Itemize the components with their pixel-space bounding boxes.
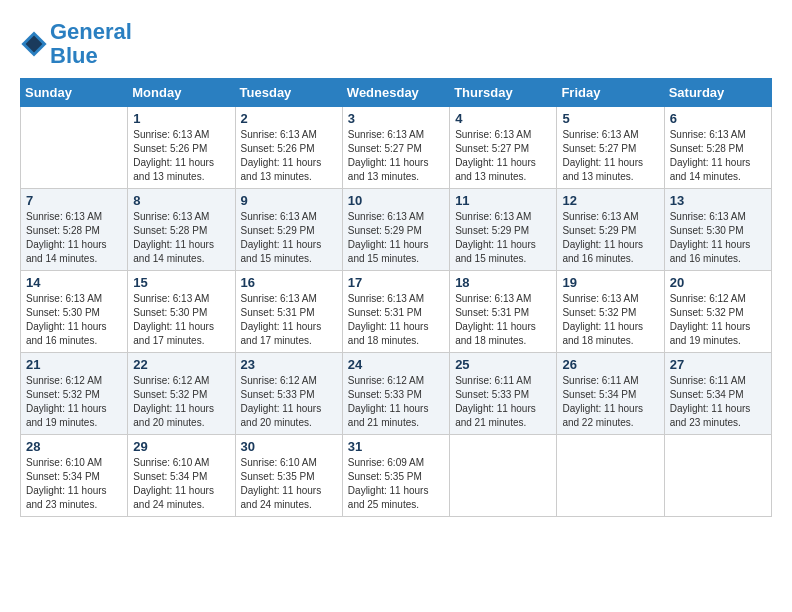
calendar-cell: 3 Sunrise: 6:13 AMSunset: 5:27 PMDayligh… xyxy=(342,107,449,189)
day-number: 3 xyxy=(348,111,444,126)
day-number: 16 xyxy=(241,275,337,290)
calendar-cell: 14 Sunrise: 6:13 AMSunset: 5:30 PMDaylig… xyxy=(21,271,128,353)
calendar-cell: 13 Sunrise: 6:13 AMSunset: 5:30 PMDaylig… xyxy=(664,189,771,271)
calendar-cell: 27 Sunrise: 6:11 AMSunset: 5:34 PMDaylig… xyxy=(664,353,771,435)
day-number: 19 xyxy=(562,275,658,290)
weekday-header-row: SundayMondayTuesdayWednesdayThursdayFrid… xyxy=(21,79,772,107)
weekday-header-wednesday: Wednesday xyxy=(342,79,449,107)
day-info: Sunrise: 6:13 AMSunset: 5:28 PMDaylight:… xyxy=(26,210,122,266)
day-info: Sunrise: 6:13 AMSunset: 5:30 PMDaylight:… xyxy=(26,292,122,348)
weekday-header-friday: Friday xyxy=(557,79,664,107)
day-info: Sunrise: 6:12 AMSunset: 5:32 PMDaylight:… xyxy=(26,374,122,430)
day-info: Sunrise: 6:10 AMSunset: 5:35 PMDaylight:… xyxy=(241,456,337,512)
calendar-cell: 5 Sunrise: 6:13 AMSunset: 5:27 PMDayligh… xyxy=(557,107,664,189)
day-info: Sunrise: 6:13 AMSunset: 5:31 PMDaylight:… xyxy=(348,292,444,348)
calendar-cell: 28 Sunrise: 6:10 AMSunset: 5:34 PMDaylig… xyxy=(21,435,128,517)
day-number: 7 xyxy=(26,193,122,208)
day-number: 17 xyxy=(348,275,444,290)
day-number: 9 xyxy=(241,193,337,208)
day-info: Sunrise: 6:13 AMSunset: 5:26 PMDaylight:… xyxy=(133,128,229,184)
day-info: Sunrise: 6:11 AMSunset: 5:34 PMDaylight:… xyxy=(670,374,766,430)
day-info: Sunrise: 6:13 AMSunset: 5:31 PMDaylight:… xyxy=(455,292,551,348)
calendar-cell: 26 Sunrise: 6:11 AMSunset: 5:34 PMDaylig… xyxy=(557,353,664,435)
day-info: Sunrise: 6:13 AMSunset: 5:29 PMDaylight:… xyxy=(455,210,551,266)
day-info: Sunrise: 6:10 AMSunset: 5:34 PMDaylight:… xyxy=(133,456,229,512)
day-info: Sunrise: 6:13 AMSunset: 5:29 PMDaylight:… xyxy=(348,210,444,266)
calendar-cell: 7 Sunrise: 6:13 AMSunset: 5:28 PMDayligh… xyxy=(21,189,128,271)
day-info: Sunrise: 6:09 AMSunset: 5:35 PMDaylight:… xyxy=(348,456,444,512)
logo-text: General Blue xyxy=(50,20,132,68)
weekday-header-tuesday: Tuesday xyxy=(235,79,342,107)
day-number: 6 xyxy=(670,111,766,126)
day-number: 29 xyxy=(133,439,229,454)
day-number: 12 xyxy=(562,193,658,208)
calendar-cell: 10 Sunrise: 6:13 AMSunset: 5:29 PMDaylig… xyxy=(342,189,449,271)
calendar-cell: 18 Sunrise: 6:13 AMSunset: 5:31 PMDaylig… xyxy=(450,271,557,353)
day-number: 24 xyxy=(348,357,444,372)
day-number: 11 xyxy=(455,193,551,208)
day-number: 18 xyxy=(455,275,551,290)
calendar-cell: 19 Sunrise: 6:13 AMSunset: 5:32 PMDaylig… xyxy=(557,271,664,353)
day-number: 2 xyxy=(241,111,337,126)
day-info: Sunrise: 6:13 AMSunset: 5:28 PMDaylight:… xyxy=(670,128,766,184)
calendar-cell xyxy=(21,107,128,189)
day-info: Sunrise: 6:13 AMSunset: 5:28 PMDaylight:… xyxy=(133,210,229,266)
calendar-cell: 6 Sunrise: 6:13 AMSunset: 5:28 PMDayligh… xyxy=(664,107,771,189)
day-info: Sunrise: 6:13 AMSunset: 5:27 PMDaylight:… xyxy=(455,128,551,184)
day-info: Sunrise: 6:10 AMSunset: 5:34 PMDaylight:… xyxy=(26,456,122,512)
page-header: General Blue xyxy=(20,20,772,68)
day-number: 31 xyxy=(348,439,444,454)
calendar-cell: 30 Sunrise: 6:10 AMSunset: 5:35 PMDaylig… xyxy=(235,435,342,517)
day-info: Sunrise: 6:13 AMSunset: 5:30 PMDaylight:… xyxy=(133,292,229,348)
day-info: Sunrise: 6:13 AMSunset: 5:27 PMDaylight:… xyxy=(562,128,658,184)
logo: General Blue xyxy=(20,20,132,68)
calendar-cell: 24 Sunrise: 6:12 AMSunset: 5:33 PMDaylig… xyxy=(342,353,449,435)
day-info: Sunrise: 6:13 AMSunset: 5:26 PMDaylight:… xyxy=(241,128,337,184)
calendar-cell: 4 Sunrise: 6:13 AMSunset: 5:27 PMDayligh… xyxy=(450,107,557,189)
weekday-header-saturday: Saturday xyxy=(664,79,771,107)
day-number: 21 xyxy=(26,357,122,372)
calendar-cell: 29 Sunrise: 6:10 AMSunset: 5:34 PMDaylig… xyxy=(128,435,235,517)
day-number: 13 xyxy=(670,193,766,208)
calendar-cell: 9 Sunrise: 6:13 AMSunset: 5:29 PMDayligh… xyxy=(235,189,342,271)
day-number: 5 xyxy=(562,111,658,126)
logo-icon xyxy=(20,30,48,58)
day-info: Sunrise: 6:13 AMSunset: 5:32 PMDaylight:… xyxy=(562,292,658,348)
calendar-cell xyxy=(450,435,557,517)
calendar-cell: 17 Sunrise: 6:13 AMSunset: 5:31 PMDaylig… xyxy=(342,271,449,353)
calendar-week-5: 28 Sunrise: 6:10 AMSunset: 5:34 PMDaylig… xyxy=(21,435,772,517)
calendar-cell: 16 Sunrise: 6:13 AMSunset: 5:31 PMDaylig… xyxy=(235,271,342,353)
calendar-cell: 11 Sunrise: 6:13 AMSunset: 5:29 PMDaylig… xyxy=(450,189,557,271)
day-number: 28 xyxy=(26,439,122,454)
day-info: Sunrise: 6:13 AMSunset: 5:29 PMDaylight:… xyxy=(241,210,337,266)
day-info: Sunrise: 6:13 AMSunset: 5:27 PMDaylight:… xyxy=(348,128,444,184)
weekday-header-sunday: Sunday xyxy=(21,79,128,107)
calendar-week-3: 14 Sunrise: 6:13 AMSunset: 5:30 PMDaylig… xyxy=(21,271,772,353)
calendar-cell: 31 Sunrise: 6:09 AMSunset: 5:35 PMDaylig… xyxy=(342,435,449,517)
day-number: 27 xyxy=(670,357,766,372)
day-number: 15 xyxy=(133,275,229,290)
day-number: 22 xyxy=(133,357,229,372)
day-number: 20 xyxy=(670,275,766,290)
day-info: Sunrise: 6:12 AMSunset: 5:33 PMDaylight:… xyxy=(348,374,444,430)
day-info: Sunrise: 6:13 AMSunset: 5:29 PMDaylight:… xyxy=(562,210,658,266)
day-number: 26 xyxy=(562,357,658,372)
calendar-cell: 25 Sunrise: 6:11 AMSunset: 5:33 PMDaylig… xyxy=(450,353,557,435)
day-number: 4 xyxy=(455,111,551,126)
day-number: 10 xyxy=(348,193,444,208)
calendar-table: SundayMondayTuesdayWednesdayThursdayFrid… xyxy=(20,78,772,517)
day-info: Sunrise: 6:12 AMSunset: 5:33 PMDaylight:… xyxy=(241,374,337,430)
day-number: 14 xyxy=(26,275,122,290)
day-info: Sunrise: 6:13 AMSunset: 5:31 PMDaylight:… xyxy=(241,292,337,348)
calendar-cell: 23 Sunrise: 6:12 AMSunset: 5:33 PMDaylig… xyxy=(235,353,342,435)
day-info: Sunrise: 6:12 AMSunset: 5:32 PMDaylight:… xyxy=(133,374,229,430)
calendar-cell: 12 Sunrise: 6:13 AMSunset: 5:29 PMDaylig… xyxy=(557,189,664,271)
day-number: 8 xyxy=(133,193,229,208)
calendar-cell: 22 Sunrise: 6:12 AMSunset: 5:32 PMDaylig… xyxy=(128,353,235,435)
day-info: Sunrise: 6:12 AMSunset: 5:32 PMDaylight:… xyxy=(670,292,766,348)
day-number: 1 xyxy=(133,111,229,126)
calendar-cell: 15 Sunrise: 6:13 AMSunset: 5:30 PMDaylig… xyxy=(128,271,235,353)
calendar-cell: 1 Sunrise: 6:13 AMSunset: 5:26 PMDayligh… xyxy=(128,107,235,189)
calendar-cell: 21 Sunrise: 6:12 AMSunset: 5:32 PMDaylig… xyxy=(21,353,128,435)
calendar-cell: 20 Sunrise: 6:12 AMSunset: 5:32 PMDaylig… xyxy=(664,271,771,353)
